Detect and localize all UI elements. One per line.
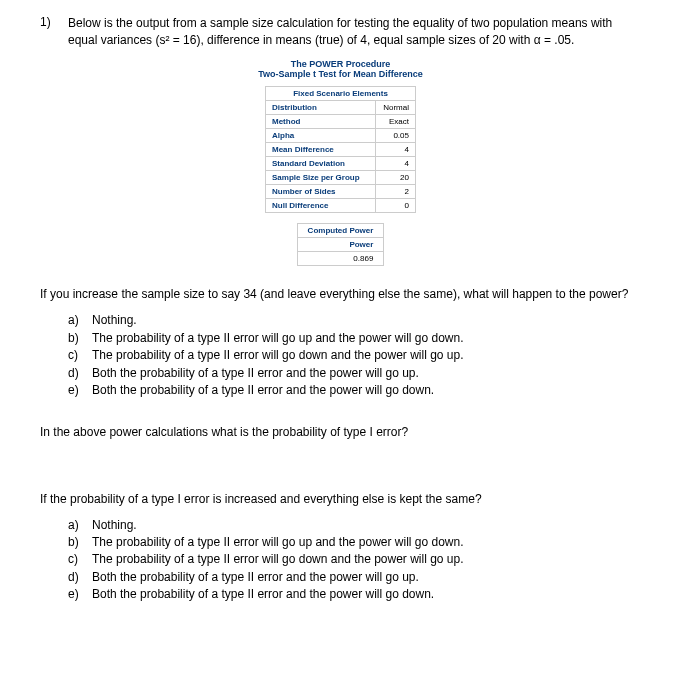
option-text: The probability of a type II error will … [92,534,464,551]
option-text: Nothing. [92,312,137,329]
option-letter: e) [68,382,84,399]
option-letter: b) [68,534,84,551]
q2-prompt: In the above power calculations what is … [40,424,641,440]
row-value: 2 [376,185,416,199]
row-value: 4 [376,157,416,171]
power-procedure-title: The POWER Procedure Two-Sample t Test fo… [258,59,423,81]
q1-prompt: If you increase the sample size to say 3… [40,286,641,302]
option-letter: c) [68,347,84,364]
scenario-header: Fixed Scenario Elements [266,87,416,101]
option-item: c)The probability of a type II error wil… [68,551,641,568]
question-number: 1) [40,15,58,49]
computed-header: Computed Power [297,224,384,238]
row-value: Normal [376,101,416,115]
table-row: Mean Difference4 [266,143,416,157]
row-value: 0 [376,199,416,213]
option-item: c)The probability of a type II error wil… [68,347,641,364]
table-row: DistributionNormal [266,101,416,115]
option-text: The probability of a type II error will … [92,330,464,347]
row-label: Standard Deviation [266,157,376,171]
option-letter: a) [68,312,84,329]
option-item: d)Both the probability of a type II erro… [68,365,641,382]
option-text: Both the probability of a type II error … [92,382,434,399]
scenario-table: Fixed Scenario Elements DistributionNorm… [265,86,416,213]
row-label: Method [266,115,376,129]
question-text: Below is the output from a sample size c… [68,15,641,49]
option-item: a)Nothing. [68,312,641,329]
row-value: 0.05 [376,129,416,143]
option-letter: d) [68,365,84,382]
option-item: e)Both the probability of a type II erro… [68,586,641,603]
q3-options: a)Nothing. b)The probability of a type I… [68,517,641,604]
option-letter: c) [68,551,84,568]
power-output-block: The POWER Procedure Two-Sample t Test fo… [40,59,641,267]
row-label: Mean Difference [266,143,376,157]
option-letter: e) [68,586,84,603]
row-label: Alpha [266,129,376,143]
row-value: 4 [376,143,416,157]
computed-power-table: Computed Power Power 0.869 [297,223,385,266]
title-line1: The POWER Procedure [258,59,423,70]
option-item: b)The probability of a type II error wil… [68,330,641,347]
option-letter: b) [68,330,84,347]
option-letter: a) [68,517,84,534]
row-label: Sample Size per Group [266,171,376,185]
table-row: MethodExact [266,115,416,129]
row-label: Number of Sides [266,185,376,199]
option-item: e)Both the probability of a type II erro… [68,382,641,399]
title-line2: Two-Sample t Test for Mean Difference [258,69,423,80]
question-header: 1) Below is the output from a sample siz… [40,15,641,49]
row-value: 20 [376,171,416,185]
option-text: Nothing. [92,517,137,534]
table-row: Sample Size per Group20 [266,171,416,185]
q1-options: a)Nothing. b)The probability of a type I… [68,312,641,399]
option-text: Both the probability of a type II error … [92,365,419,382]
table-row: Null Difference0 [266,199,416,213]
row-value: Exact [376,115,416,129]
computed-label: Power [297,238,384,252]
option-text: The probability of a type II error will … [92,347,464,364]
table-row: Number of Sides2 [266,185,416,199]
row-label: Distribution [266,101,376,115]
option-item: a)Nothing. [68,517,641,534]
option-letter: d) [68,569,84,586]
option-text: The probability of a type II error will … [92,551,464,568]
computed-value: 0.869 [297,252,384,266]
row-label: Null Difference [266,199,376,213]
option-item: b)The probability of a type II error wil… [68,534,641,551]
table-row: Standard Deviation4 [266,157,416,171]
table-row: Alpha0.05 [266,129,416,143]
option-text: Both the probability of a type II error … [92,569,419,586]
option-item: d)Both the probability of a type II erro… [68,569,641,586]
q3-prompt: If the probability of a type I error is … [40,491,641,507]
option-text: Both the probability of a type II error … [92,586,434,603]
